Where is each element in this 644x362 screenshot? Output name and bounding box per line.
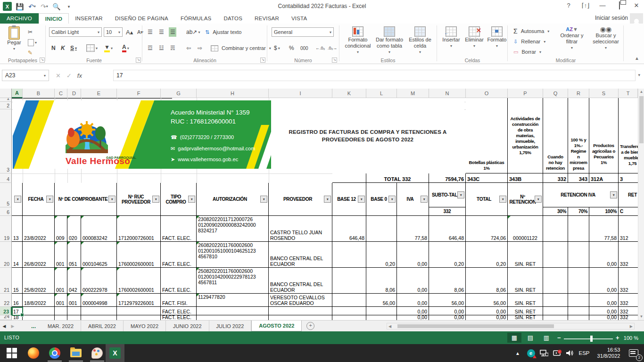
fill-button[interactable]: ⇩ Rellenar ▾ <box>512 37 547 46</box>
cell-A21[interactable]: 15 <box>12 268 23 294</box>
name-box[interactable]: A23▾ <box>2 70 49 81</box>
chrome-icon[interactable] <box>49 347 61 359</box>
cell-Q22[interactable] <box>543 294 568 307</box>
cell-G22[interactable]: FACT. FISI. <box>161 294 197 307</box>
insert-function-icon[interactable]: fx <box>77 72 82 79</box>
cell-styles-button[interactable]: Estilos de celda▾ <box>406 26 434 55</box>
cell-I23[interactable] <box>269 307 332 315</box>
fill-color-button[interactable]: ▼▾ <box>103 43 114 53</box>
cell-N23[interactable]: 0,00 <box>429 307 466 315</box>
cell-H19[interactable]: 23082022011712000726 0120090200000832420… <box>197 216 269 242</box>
cell-P20[interactable]: SIN. RET <box>508 242 543 268</box>
delete-cells-button[interactable]: ✕ Eliminar▾ <box>463 26 486 49</box>
column-header-P[interactable]: P <box>508 89 543 98</box>
sheet-tab-julio-2022[interactable]: JULIO 2022 <box>209 321 252 331</box>
column-header-E[interactable]: E <box>81 89 117 98</box>
font-color-button[interactable]: A▾ <box>121 43 131 53</box>
table-header-B[interactable]: FECHA▾ <box>23 183 55 216</box>
cell-R22[interactable] <box>568 294 589 307</box>
cell-B19[interactable]: 23/8/2022 <box>23 216 55 242</box>
cell-L22[interactable]: 56,00 <box>366 294 397 307</box>
sub-header-R[interactable]: 70% <box>568 207 589 216</box>
row-header-6[interactable]: 6 <box>0 207 12 216</box>
cell-B20[interactable]: 26/8/2022 <box>23 242 55 268</box>
scroll-left-icon[interactable]: ◀ <box>388 324 391 329</box>
help-button[interactable]: ? <box>564 2 573 9</box>
cell-A19[interactable]: 13 <box>12 216 23 242</box>
filter-L-icon[interactable]: ▾ <box>388 196 396 203</box>
cell-E20[interactable]: 000104625 <box>81 242 117 268</box>
page-break-view-icon[interactable]: ▥ <box>539 333 553 343</box>
italic-button[interactable]: K <box>59 43 66 53</box>
decrease-decimal-icon[interactable]: .0₀→ <box>326 43 339 53</box>
number-dialog-launcher-icon[interactable]: ↘ <box>332 58 337 63</box>
column-header-H[interactable]: H <box>197 89 269 98</box>
zoom-out-icon[interactable]: − <box>557 334 561 341</box>
horizontal-scrollbar[interactable]: ◀ ▶ <box>387 323 635 329</box>
column-header-A[interactable]: A <box>12 89 23 98</box>
ribbon-tab-inicio[interactable]: INICIO <box>39 13 69 24</box>
column-header-R[interactable]: R <box>568 89 589 98</box>
filter-K-icon[interactable]: ▾ <box>358 196 365 203</box>
cell-R4[interactable]: 343 <box>568 173 589 183</box>
minimize-button[interactable]: — <box>598 2 607 9</box>
start-button[interactable] <box>6 347 18 359</box>
merge-center-button[interactable]: Combinar y centrar ▾ <box>209 43 272 53</box>
orientation-button[interactable]: ab↗▾ <box>185 27 201 37</box>
cell-P21[interactable]: SIN. RET <box>508 268 543 294</box>
cell-G20[interactable]: FACT. ELEC. <box>161 242 197 268</box>
tray-expand-icon[interactable]: ▲ <box>512 344 523 362</box>
normal-view-icon[interactable]: ▦ <box>507 333 521 343</box>
column-header-C[interactable]: C <box>55 89 67 98</box>
cell-H21[interactable]: 25082022011760002600 0120010420002229781… <box>197 268 269 294</box>
column-header-N[interactable]: N <box>429 89 466 98</box>
cell-E21[interactable]: 000222978 <box>81 268 117 294</box>
cell-P22[interactable]: SIN. RET <box>508 294 543 307</box>
firefox-icon[interactable] <box>27 347 40 359</box>
format-cells-button[interactable]: Formato▾ <box>487 26 507 49</box>
ribbon-tab-diseño-de-página[interactable]: DISEÑO DE PÁGINA <box>109 13 174 24</box>
cell-B24[interactable] <box>23 315 55 320</box>
grow-font-button[interactable]: A▴ <box>124 27 134 37</box>
zoom-slider-track[interactable] <box>564 338 613 339</box>
band-header-P[interactable]: Actividades de construcción de obra mate… <box>508 98 543 173</box>
cell-T24[interactable]: 332 <box>619 315 638 320</box>
cell-K20[interactable] <box>332 242 366 268</box>
row-header-20[interactable]: 20 <box>0 242 12 268</box>
clipboard-dialog-launcher-icon[interactable]: ↘ <box>40 58 45 63</box>
cell-E22[interactable]: 000004998 <box>81 294 117 307</box>
cell-S20[interactable]: 0,00 <box>589 242 619 268</box>
cell-H20[interactable]: 26082022011760002600 0120010510001046251… <box>197 242 269 268</box>
row-header-22[interactable]: 22 <box>0 294 12 307</box>
row-header-23[interactable]: 23 <box>0 307 12 315</box>
cell-H24[interactable] <box>197 315 269 320</box>
cell-D23[interactable] <box>67 307 81 315</box>
scroll-up-icon[interactable]: ▲ <box>638 89 644 95</box>
page-layout-view-icon[interactable]: ▤ <box>523 333 537 343</box>
avatar[interactable] <box>630 13 643 24</box>
table-header-T[interactable]: RET <box>619 183 638 207</box>
cell-B22[interactable]: 18/8/2022 <box>23 294 55 307</box>
find-select-button[interactable]: ◉◉ Buscar y seleccionar▾ <box>589 26 622 51</box>
cell-G21[interactable]: FACT. ELEC. <box>161 268 197 294</box>
zoom-in-icon[interactable]: + <box>616 334 619 341</box>
antivirus-tray-icon[interactable]: e <box>525 344 537 362</box>
cell-K21[interactable] <box>332 268 366 294</box>
cut-button[interactable]: ✂ <box>26 27 34 37</box>
cell-K23[interactable] <box>332 307 366 315</box>
sheet-tab-agosto-2022[interactable]: AGOSTO 2022 <box>251 321 302 331</box>
sheet-tab-abril-2022[interactable]: ABRIL 2022 <box>81 321 124 331</box>
filter-G-icon[interactable]: ▾ <box>188 196 195 203</box>
filter-N-icon[interactable]: ▾ <box>457 191 464 198</box>
ribbon-tab-insertar[interactable]: INSERTAR <box>69 13 109 24</box>
borders-button[interactable]: ▾ <box>85 43 99 53</box>
cell-D19[interactable]: 020 <box>67 216 81 242</box>
cell-L20[interactable]: 0,20 <box>366 242 397 268</box>
ribbon-tab-revisar[interactable]: REVISAR <box>248 13 285 24</box>
cell-M20[interactable]: 0,00 <box>397 242 429 268</box>
table-header-P[interactable]: Nº RETENCION▾ <box>508 183 543 216</box>
cell-T22[interactable]: 332 <box>619 294 638 307</box>
expand-formula-bar-icon[interactable]: ▾ <box>638 73 640 77</box>
clear-button[interactable]: ▭ Borrar ▾ <box>512 47 543 57</box>
cell-M24[interactable]: 0,00 <box>397 315 429 320</box>
